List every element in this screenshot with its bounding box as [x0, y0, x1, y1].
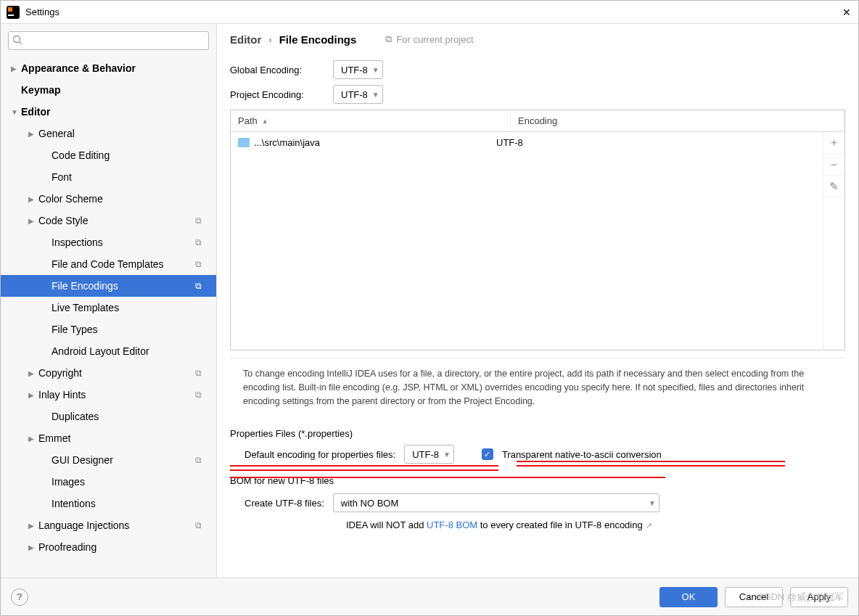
bom-row: Create UTF-8 files: with NO BOM ▼: [230, 493, 845, 512]
global-encoding-label: Global Encoding:: [230, 65, 324, 75]
sidebar-item-label: Inspections: [52, 237, 103, 248]
sidebar-item-label: Proofreading: [38, 541, 96, 553]
sidebar-item-general[interactable]: ▶General: [1, 123, 216, 144]
project-scope-icon: ⧉: [195, 259, 202, 269]
sidebar-item-label: File Encodings: [52, 280, 118, 292]
bom-create-dropdown[interactable]: with NO BOM ▼: [333, 493, 659, 512]
sidebar-item-editor[interactable]: ▼Editor: [1, 101, 216, 123]
project-encoding-dropdown[interactable]: UTF-8 ▼: [333, 85, 383, 104]
sidebar-item-file-types[interactable]: ▶File Types: [1, 319, 216, 340]
sidebar-item-android-layout-editor[interactable]: ▶Android Layout Editor: [1, 340, 216, 362]
edit-button[interactable]: ✎: [823, 176, 844, 197]
help-button[interactable]: ?: [11, 588, 28, 606]
chevron-right-icon: ▶: [28, 195, 37, 203]
native-ascii-checkbox[interactable]: ✓: [482, 448, 493, 460]
sidebar-item-code-editing[interactable]: ▶Code Editing: [1, 144, 216, 166]
footer: ? OK Cancel Apply CSDN @威少总冠军: [1, 578, 858, 615]
sidebar-item-label: File and Code Templates: [52, 258, 164, 270]
bom-hint: IDEA will NOT add UTF-8 BOM to every cre…: [230, 520, 845, 530]
sidebar-item-inlay-hints[interactable]: ▶Inlay Hints⧉: [1, 384, 216, 406]
sidebar-item-label: Intentions: [52, 498, 96, 509]
chevron-down-icon: ▼: [372, 66, 379, 74]
breadcrumb: Editor › File Encodings ⧉ For current pr…: [217, 24, 858, 54]
col-encoding[interactable]: Encoding: [511, 110, 844, 131]
sort-asc-icon: ▲: [262, 118, 268, 125]
project-scope: ⧉ For current project: [385, 33, 473, 45]
project-scope-icon: ⧉: [195, 368, 202, 378]
properties-section-title: Properties Files (*.properties): [230, 428, 845, 439]
sidebar-item-label: Live Templates: [52, 302, 119, 313]
sidebar: ▶Appearance & Behavior▶Keymap▼Editor▶Gen…: [1, 24, 217, 578]
folder-icon: [238, 138, 250, 147]
sidebar-item-live-templates[interactable]: ▶Live Templates: [1, 297, 216, 319]
sidebar-item-duplicates[interactable]: ▶Duplicates: [1, 406, 216, 427]
remove-button[interactable]: −: [823, 154, 844, 176]
sidebar-item-code-style[interactable]: ▶Code Style⧉: [1, 210, 216, 231]
svg-line-4: [20, 42, 22, 45]
search: [8, 31, 209, 50]
apply-button[interactable]: Apply: [790, 587, 848, 607]
nav-tree: ▶Appearance & Behavior▶Keymap▼Editor▶Gen…: [1, 57, 216, 578]
project-scope-icon: ⧉: [195, 281, 202, 291]
chevron-right-icon: ▶: [28, 543, 37, 551]
sidebar-item-label: Inlay Hints: [38, 389, 86, 401]
sidebar-item-emmet[interactable]: ▶Emmet: [1, 427, 216, 449]
project-encoding-row: Project Encoding: UTF-8 ▼: [230, 85, 845, 104]
sidebar-item-label: Color Scheme: [38, 193, 103, 205]
sidebar-item-label: Appearance & Behavior: [21, 62, 136, 74]
titlebar: Settings ✕: [1, 1, 858, 24]
close-icon[interactable]: ✕: [841, 7, 852, 18]
encoding-hint: To change encoding IntelliJ IDEA uses fo…: [230, 358, 845, 416]
table-row[interactable]: ...\src\main\javaUTF-8: [231, 132, 823, 152]
chevron-right-icon: ▶: [11, 65, 20, 73]
bom-create-label: Create UTF-8 files:: [244, 498, 324, 509]
chevron-down-icon: ▼: [443, 451, 451, 459]
breadcrumb-part1: Editor: [230, 33, 261, 46]
svg-rect-2: [8, 15, 14, 16]
table-actions: ＋ − ✎: [823, 132, 844, 350]
sidebar-item-label: General: [38, 128, 75, 139]
cancel-button[interactable]: Cancel: [725, 587, 783, 607]
sidebar-item-appearance-behavior[interactable]: ▶Appearance & Behavior: [1, 57, 216, 79]
sidebar-item-file-encodings[interactable]: ▶File Encodings⧉: [1, 275, 216, 297]
sidebar-item-label: Code Style: [38, 215, 88, 226]
copy-icon: ⧉: [385, 33, 392, 45]
sidebar-item-label: Android Layout Editor: [52, 345, 149, 357]
sidebar-item-label: Emmet: [38, 432, 70, 444]
sidebar-item-copyright[interactable]: ▶Copyright⧉: [1, 362, 216, 384]
props-default-label: Default encoding for properties files:: [244, 449, 395, 460]
sidebar-item-language-injections[interactable]: ▶Language Injections⧉: [1, 514, 216, 536]
sidebar-item-keymap[interactable]: ▶Keymap: [1, 79, 216, 101]
project-scope-icon: ⧉: [195, 520, 202, 530]
sidebar-item-label: Images: [52, 476, 85, 488]
sidebar-item-font[interactable]: ▶Font: [1, 166, 216, 188]
global-encoding-dropdown[interactable]: UTF-8 ▼: [333, 60, 383, 79]
sidebar-item-intentions[interactable]: ▶Intentions: [1, 493, 216, 514]
sidebar-item-images[interactable]: ▶Images: [1, 471, 216, 493]
sidebar-item-gui-designer[interactable]: ▶GUI Designer⧉: [1, 449, 216, 471]
sidebar-item-label: Keymap: [21, 84, 60, 96]
sidebar-item-label: Copyright: [38, 367, 82, 379]
col-path[interactable]: Path ▲: [231, 110, 511, 131]
search-input[interactable]: [8, 31, 209, 50]
project-encoding-label: Project Encoding:: [230, 89, 324, 100]
native-ascii-label: Transparent native-to-ascii conversion: [502, 449, 662, 460]
table-body: ...\src\main\javaUTF-8: [231, 132, 823, 350]
ok-button[interactable]: OK: [659, 587, 718, 607]
sidebar-item-proofreading[interactable]: ▶Proofreading: [1, 536, 216, 558]
sidebar-item-inspections[interactable]: ▶Inspections⧉: [1, 231, 216, 253]
sidebar-item-color-scheme[interactable]: ▶Color Scheme: [1, 188, 216, 210]
project-scope-icon: ⧉: [195, 215, 202, 226]
cell-path: ...\src\main\java: [254, 137, 320, 148]
add-button[interactable]: ＋: [823, 132, 844, 154]
props-default-dropdown[interactable]: UTF-8 ▼: [404, 445, 454, 464]
sidebar-item-file-and-code-templates[interactable]: ▶File and Code Templates⧉: [1, 253, 216, 275]
global-encoding-row: Global Encoding: UTF-8 ▼: [230, 60, 845, 79]
search-icon: [12, 35, 22, 45]
utf8-bom-link[interactable]: UTF-8 BOM: [427, 520, 477, 530]
window-title: Settings: [25, 7, 841, 17]
project-scope-icon: ⧉: [195, 390, 202, 400]
chevron-down-icon: ▼: [649, 499, 656, 507]
table-header: Path ▲ Encoding: [231, 110, 844, 132]
main-panel: Editor › File Encodings ⧉ For current pr…: [217, 24, 858, 578]
